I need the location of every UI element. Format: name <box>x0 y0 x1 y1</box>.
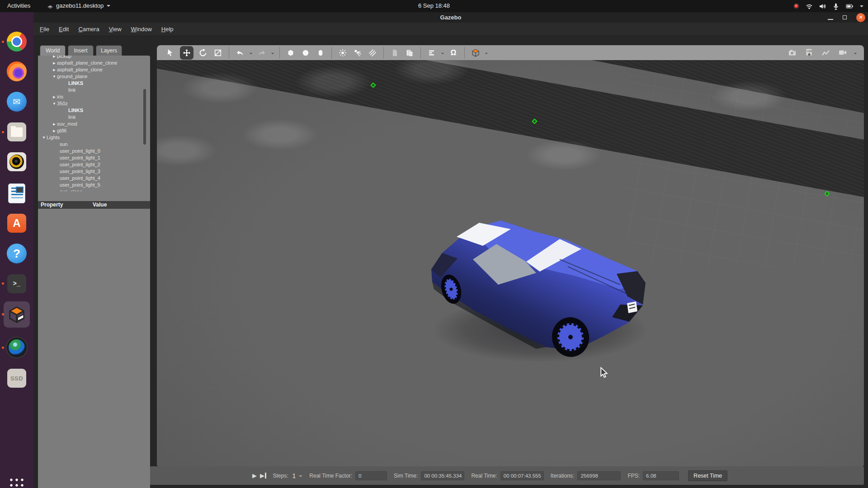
data-logger-button[interactable]: LOG <box>804 47 815 59</box>
tree-item-user-point-light-5[interactable]: user_point_light_5 <box>38 182 150 188</box>
dock-files[interactable] <box>6 121 28 143</box>
align-button[interactable] <box>426 47 437 59</box>
step-button[interactable]: ▶ <box>260 472 266 479</box>
dock-camera-app[interactable] <box>6 337 28 358</box>
snap-button[interactable]: Ω <box>448 47 459 59</box>
menu-window[interactable]: Window <box>129 25 154 33</box>
battery-icon[interactable] <box>846 3 854 10</box>
system-menu-chevron-icon[interactable] <box>860 5 863 9</box>
expander-icon[interactable] <box>52 127 57 134</box>
tree-item-iris[interactable]: iris <box>38 94 150 100</box>
tree-item-user-point-light-2[interactable]: user_point_light_2 <box>38 161 150 168</box>
expander-icon[interactable] <box>52 66 57 73</box>
tree-item-sun-clone[interactable]: sun_clone <box>38 188 150 191</box>
scale-tool-button[interactable] <box>212 47 223 59</box>
screenshot-button[interactable] <box>787 47 798 59</box>
volume-icon[interactable] <box>819 3 826 10</box>
tree-item-user-point-light-3[interactable]: user_point_light_3 <box>38 168 150 175</box>
tree-item-350z[interactable]: 350z <box>38 100 150 107</box>
tree-item-asphalt-plane-clone[interactable]: asphalt_plane_clone <box>38 66 150 73</box>
tree-item-pickup[interactable]: pickup <box>38 56 150 60</box>
tree-item-ground-plane[interactable]: ground_plane <box>38 73 150 80</box>
dock-help[interactable]: ? <box>6 243 28 264</box>
tree-item-suv-mod[interactable]: suv_mod <box>38 121 150 127</box>
dock-chrome[interactable] <box>6 31 28 52</box>
tree-item-link[interactable]: link <box>38 87 150 94</box>
undo-button[interactable] <box>235 47 245 59</box>
undo-history-button[interactable] <box>250 53 252 56</box>
spot-light-button[interactable] <box>352 47 363 59</box>
rotate-tool-button[interactable] <box>198 47 208 59</box>
menu-camera[interactable]: Camera <box>76 25 101 33</box>
record-video-options-button[interactable] <box>854 53 857 56</box>
show-applications-button[interactable] <box>6 474 28 488</box>
dock-ssd-drive[interactable]: SSD <box>6 367 28 389</box>
tree-item-user-point-light-1[interactable]: user_point_light_1 <box>38 155 150 161</box>
tree-scrollbar[interactable] <box>143 89 146 145</box>
insert-box-button[interactable] <box>285 47 296 59</box>
dock-terminal[interactable]: >_ <box>6 273 28 295</box>
redo-history-button[interactable] <box>271 53 274 56</box>
menu-view[interactable]: View <box>107 25 123 33</box>
car-350z[interactable] <box>425 216 651 365</box>
clock[interactable]: 6 Sep 18:48 <box>0 2 868 9</box>
dock-gazebo[interactable] <box>6 304 28 325</box>
expander-icon[interactable] <box>52 100 57 107</box>
view-angle-options-button[interactable] <box>485 53 488 56</box>
tree-item-asphalt-plane-clone-clone[interactable]: asphalt_plane_clone_clone <box>38 60 150 66</box>
expander-icon[interactable] <box>52 73 57 80</box>
tree-item-links[interactable]: LINKS <box>38 80 150 87</box>
tab-layers[interactable]: Layers <box>96 45 122 56</box>
expander-icon[interactable] <box>52 56 57 60</box>
steps-stepper[interactable] <box>299 475 302 479</box>
render-viewport[interactable] <box>157 60 864 466</box>
menu-help[interactable]: Help <box>160 25 175 33</box>
maximize-button[interactable] <box>843 15 847 19</box>
expander-icon[interactable] <box>52 121 57 127</box>
align-options-button[interactable] <box>441 53 444 56</box>
wifi-icon[interactable] <box>806 3 813 9</box>
tab-insert[interactable]: Insert <box>68 45 94 56</box>
view-angle-button[interactable] <box>470 47 481 59</box>
reset-time-button[interactable]: Reset Time <box>688 470 727 481</box>
directional-light-button[interactable] <box>367 47 378 59</box>
record-video-button[interactable] <box>837 47 848 59</box>
redo-button[interactable] <box>256 47 267 59</box>
expander-icon[interactable] <box>52 94 57 100</box>
minimize-button[interactable] <box>828 19 833 20</box>
dock-rhythmbox[interactable] <box>6 151 28 173</box>
tree-item-links[interactable]: LINKS <box>38 107 150 114</box>
dock-thunderbird[interactable]: ✉ <box>6 91 28 113</box>
tree-item-user-point-light-0[interactable]: user_point_light_0 <box>38 148 150 155</box>
paste-button[interactable] <box>404 47 415 59</box>
close-button[interactable]: ✕ <box>856 13 865 22</box>
toolbar-separator <box>229 47 229 59</box>
dock-libreoffice-writer[interactable] <box>6 183 28 204</box>
insert-cylinder-button[interactable] <box>315 47 326 59</box>
tree-item-user-point-light-4[interactable]: user_point_light_4 <box>38 175 150 182</box>
screen-record-indicator-icon[interactable] <box>793 3 799 9</box>
play-button[interactable]: ▶ <box>252 472 257 479</box>
steps-value[interactable]: 1 <box>292 472 296 479</box>
tree-item-sun[interactable]: sun <box>38 141 150 148</box>
tab-world[interactable]: World <box>40 45 66 56</box>
select-tool-button[interactable] <box>165 47 176 59</box>
tree-item-lights[interactable]: Lights <box>38 134 150 141</box>
translate-tool-button[interactable] <box>180 46 193 60</box>
window-titlebar[interactable]: Gazebo ✕ <box>33 12 868 23</box>
dock-firefox[interactable] <box>6 61 28 82</box>
copy-button[interactable] <box>389 47 400 59</box>
point-light-button[interactable] <box>337 47 348 59</box>
menu-edit[interactable]: Edit <box>57 25 71 33</box>
insert-sphere-button[interactable] <box>300 47 311 59</box>
fps-label: FPS: <box>627 473 640 479</box>
expander-icon[interactable] <box>52 60 57 66</box>
plot-window-button[interactable] <box>821 47 831 59</box>
microphone-icon[interactable] <box>832 3 840 10</box>
menu-file[interactable]: File <box>38 25 51 33</box>
tree-item-link[interactable]: link <box>38 114 150 121</box>
tree-item-gt86[interactable]: gt86 <box>38 127 150 134</box>
expander-icon[interactable] <box>41 134 47 141</box>
ubuntu-software-icon: A <box>7 214 26 233</box>
dock-ubuntu-software[interactable]: A <box>6 212 28 234</box>
